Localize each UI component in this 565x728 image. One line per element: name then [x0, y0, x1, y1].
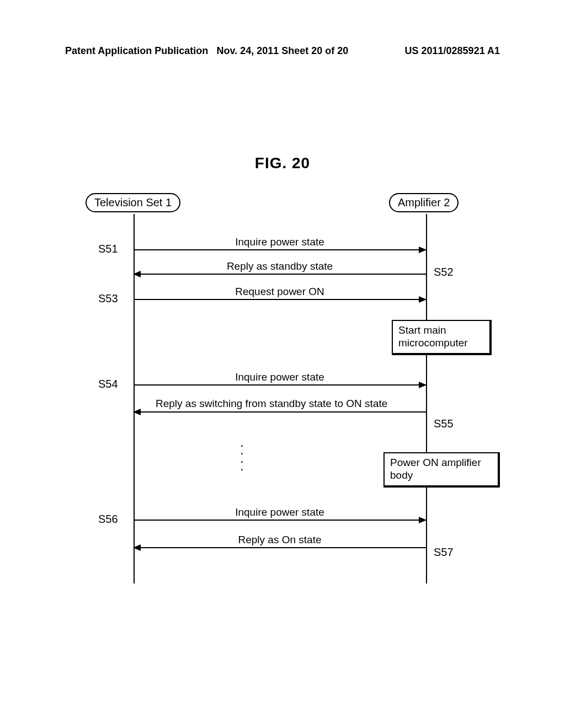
message-text-s51: Inquire power state — [134, 236, 426, 249]
step-label-s55: S55 — [434, 417, 454, 430]
arrow-right-icon — [134, 299, 426, 300]
message-text-s56: Inquire power state — [134, 506, 426, 520]
message-s53: Request power ON — [134, 286, 426, 300]
figure-title: FIG. 20 — [0, 154, 565, 172]
process-start-microcomputer: Start main microcomputer — [392, 320, 492, 355]
message-text-s57: Reply as On state — [134, 534, 426, 547]
message-text-s55: Reply as switching from standby state to… — [134, 397, 426, 411]
arrow-right-icon — [134, 384, 426, 386]
step-label-s51: S51 — [98, 243, 118, 255]
step-label-s53: S53 — [98, 292, 118, 305]
message-text-s54: Inquire power state — [134, 371, 426, 384]
ellipsis-icon: ···· — [240, 441, 244, 473]
message-s52: Reply as standby state — [134, 260, 426, 275]
sequence-diagram: Television Set 1 Amplifier 2 S51 Inquire… — [83, 193, 480, 585]
arrow-right-icon — [134, 249, 426, 250]
arrow-left-icon — [134, 274, 426, 275]
message-s56: Inquire power state — [134, 506, 426, 521]
arrow-right-icon — [134, 520, 426, 521]
lifeline-amp — [426, 214, 427, 584]
message-s51: Inquire power state — [134, 236, 426, 250]
header-center: Nov. 24, 2011 Sheet 20 of 20 — [65, 45, 500, 57]
message-s57: Reply as On state — [134, 534, 426, 548]
message-s55: Reply as switching from standby state to… — [134, 397, 426, 413]
arrow-left-icon — [134, 547, 426, 548]
process-text-2: Power ON amplifier body — [390, 457, 481, 481]
message-text-s53: Request power ON — [134, 286, 426, 299]
process-text-1: Start main microcomputer — [398, 324, 468, 349]
step-label-s54: S54 — [98, 378, 118, 390]
step-label-s56: S56 — [98, 513, 118, 526]
arrow-left-icon — [134, 411, 426, 413]
page-header: Patent Application Publication Nov. 24, … — [65, 45, 500, 57]
step-label-s52: S52 — [434, 266, 454, 279]
message-text-s52: Reply as standby state — [134, 260, 426, 274]
page: Patent Application Publication Nov. 24, … — [0, 0, 565, 728]
actor-tv: Television Set 1 — [86, 193, 180, 212]
process-power-on-amplifier: Power ON amplifier body — [383, 452, 500, 488]
message-s54: Inquire power state — [134, 371, 426, 386]
actor-amp: Amplifier 2 — [389, 193, 459, 212]
step-label-s57: S57 — [434, 546, 454, 559]
